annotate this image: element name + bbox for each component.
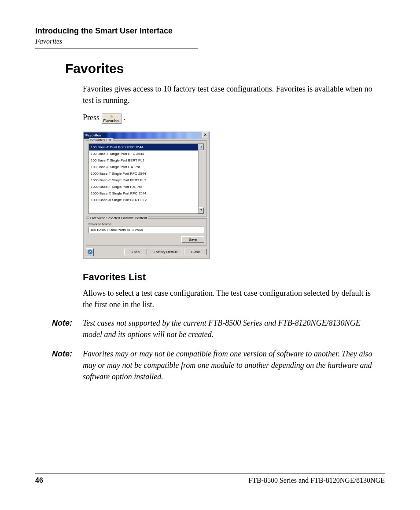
- close-button[interactable]: Close: [184, 249, 207, 255]
- intro-paragraph: Favorites gives access to 10 factory tes…: [83, 83, 376, 106]
- header-rule: [35, 48, 198, 49]
- scrollbar[interactable]: ▲ ▼: [198, 144, 204, 213]
- favorites-list-group: Favorites List 100 Base-T Dual Ports RFC…: [86, 140, 207, 216]
- list-item[interactable]: 100 Base-T Single Port RFC 2544: [89, 150, 198, 157]
- list-item[interactable]: 1000 Base-X Single Port RFC 2544: [89, 190, 198, 197]
- page-number: 46: [35, 477, 43, 484]
- help-button[interactable]: ?: [86, 248, 94, 256]
- chapter-title: Introducing the Smart User Interface: [35, 26, 385, 36]
- list-item[interactable]: 1000 Base-T Single Port RFC 2544: [89, 170, 198, 177]
- favorites-toolbar-button: ★ Favorites: [102, 114, 122, 124]
- list-item[interactable]: 100 Base-T Dual Ports RFC 2544: [89, 144, 198, 150]
- list-item[interactable]: 1000 Base-T Single Port F.A. 7st: [89, 183, 198, 190]
- dialog-titlebar: Favorites ✕: [84, 132, 209, 139]
- overwrite-group-label: Overwrite Selected Favorite Content: [89, 216, 148, 220]
- note-text: Test cases not supported by the current …: [83, 317, 376, 340]
- list-item[interactable]: 1000 Base-T Single Port BERT FL2: [89, 177, 198, 183]
- list-item[interactable]: 1000 Base-X Single Port BERT FL2: [89, 197, 198, 203]
- doc-title-footer: FTB-8500 Series and FTB-8120NGE/8130NGE: [248, 477, 385, 484]
- breadcrumb: Favorites: [35, 37, 385, 45]
- page-footer: 46 FTB-8500 Series and FTB-8120NGE/8130N…: [35, 473, 385, 484]
- list-item[interactable]: 100 Base-T Single Port F.A. 7st: [89, 164, 198, 170]
- overwrite-group: Overwrite Selected Favorite Content Favo…: [86, 218, 207, 246]
- section-heading: Favorites: [65, 61, 385, 76]
- factory-default-button[interactable]: Factory Default: [149, 249, 182, 255]
- favorites-dialog: Favorites ✕ Favorites List 100 Base-T Du…: [83, 132, 210, 259]
- load-button[interactable]: Load: [124, 249, 147, 255]
- save-button[interactable]: Save: [181, 236, 204, 243]
- period: .: [123, 113, 125, 122]
- help-icon: ?: [88, 249, 92, 254]
- dialog-title: Favorites: [85, 133, 202, 137]
- favorites-list-group-label: Favorites List: [89, 138, 113, 142]
- press-label: Press: [83, 113, 99, 122]
- favorite-name-input[interactable]: 100 Base-T Dual Ports RFC 2544: [88, 227, 204, 233]
- scroll-down-icon[interactable]: ▼: [199, 207, 204, 213]
- note: Note: Test cases not supported by the cu…: [52, 317, 376, 340]
- scroll-up-icon[interactable]: ▲: [199, 144, 204, 150]
- note-text: Favorites may or may not be compatible f…: [83, 348, 376, 382]
- footer-rule: [35, 473, 385, 474]
- favorite-name-label: Favorite Name: [88, 222, 204, 226]
- note-label: Note:: [52, 348, 83, 382]
- subsection-body: Allows to select a test case configurati…: [83, 287, 376, 310]
- favorites-toolbar-button-label: Favorites: [103, 119, 120, 123]
- favorites-listbox[interactable]: 100 Base-T Dual Ports RFC 2544 100 Base-…: [88, 143, 204, 214]
- press-line: Press ★ Favorites .: [83, 113, 385, 123]
- note-label: Note:: [52, 317, 83, 340]
- list-item[interactable]: 100 Base-T Single Port BERT FL2: [89, 157, 198, 164]
- note: Note: Favorites may or may not be compat…: [52, 348, 376, 382]
- subsection-heading: Favorites List: [83, 272, 385, 283]
- close-icon[interactable]: ✕: [202, 132, 208, 138]
